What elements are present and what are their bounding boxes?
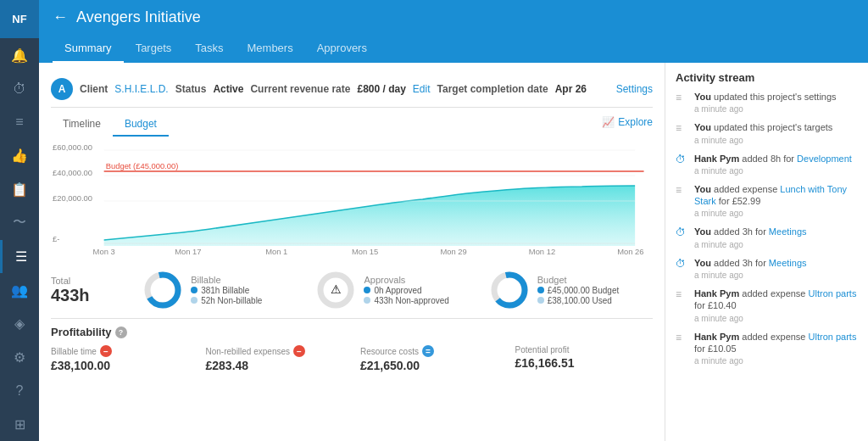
activity-stream-panel: Activity stream ≡ You updated this proje… (665, 63, 868, 441)
target-label: Target completion date (437, 83, 548, 95)
client-name[interactable]: S.H.I.E.L.D. (114, 83, 168, 95)
prof-billable-label: Billable time − (51, 345, 189, 357)
activity-text-7: Hank Pym added expense Ultron parts for … (694, 287, 858, 324)
main-content: ← Avengers Initiative Summary Targets Ta… (39, 0, 868, 441)
dev-link[interactable]: Development (797, 154, 852, 164)
edit-link[interactable]: Edit (413, 83, 431, 95)
question-icon[interactable]: ? (0, 374, 39, 408)
page-title: Avengers Initiative (76, 8, 201, 26)
people-icon[interactable]: 👥 (0, 273, 39, 307)
tab-tasks[interactable]: Tasks (183, 35, 235, 63)
activity-icon-lines-2: ≡ (676, 122, 689, 136)
chart-icon[interactable]: 〜 (0, 206, 39, 240)
prof-resource-value: £21,650.00 (360, 359, 498, 372)
stat-approvals: ⚠ Approvals 0h Approved 433h Non-approve… (314, 269, 479, 311)
profitability-section: Profitability ? Billable time − £38,100.… (51, 318, 653, 379)
revenue-value: £800 / day (357, 83, 405, 95)
content-area: A Client S.H.I.E.L.D. Status Active Curr… (39, 63, 868, 441)
minus-icon-1: − (100, 345, 112, 357)
help-icon[interactable]: ? (115, 327, 127, 338)
prof-expenses-value: £283.48 (206, 359, 344, 372)
explore-button[interactable]: 📈 Explore (602, 113, 653, 131)
activity-text-5: You added 3h for Meetings a minute ago (694, 226, 858, 249)
profitability-title: Profitability ? (51, 326, 653, 338)
lunch-link[interactable]: Lunch with Tony Stark (694, 184, 847, 206)
activity-item-4: ≡ You added expense Lunch with Tony Star… (676, 183, 858, 220)
back-button[interactable]: ← (53, 8, 68, 26)
budget-legend: £45,000.00 Budget £38,100.00 Used (537, 286, 620, 305)
tab-summary[interactable]: Summary (53, 35, 124, 63)
explore-icon: 📈 (602, 116, 615, 128)
activity-icon-clock: ⏱ (676, 154, 689, 167)
prof-expenses-label: Non-rebilled expenses − (206, 345, 344, 357)
approvals-legend: 0h Approved 433h Non-approved (364, 286, 448, 305)
billable-donut (142, 269, 184, 311)
thumb-icon[interactable]: 👍 (0, 139, 39, 173)
activity-icon-clock-3: ⏱ (676, 258, 689, 271)
ultron-link-2[interactable]: Ultron parts (809, 332, 857, 342)
settings-link[interactable]: Settings (616, 83, 653, 95)
tab-targets[interactable]: Targets (124, 35, 184, 63)
activity-text-1: You updated this project's settings a mi… (694, 91, 858, 114)
tab-budget[interactable]: Budget (113, 113, 169, 137)
budget-donut (488, 269, 531, 311)
activity-item-6: ⏱ You added 3h for Meetings a minute ago (676, 257, 858, 281)
billable-label: Billable (191, 275, 262, 285)
clock-icon[interactable]: ⏱ (0, 72, 39, 106)
activity-item-1: ≡ You updated this project's settings a … (676, 91, 858, 114)
avatar[interactable]: NF (0, 0, 39, 38)
bell-icon[interactable]: 🔔 (0, 38, 39, 72)
nav-tabs: Summary Targets Tasks Members Approvers (39, 35, 868, 63)
meetings-link-1[interactable]: Meetings (769, 226, 807, 237)
prof-billable-value: £38,100.00 (51, 359, 189, 372)
minus-icon-2: − (293, 345, 305, 357)
tag-icon[interactable]: ◈ (0, 307, 39, 341)
tab-timeline[interactable]: Timeline (51, 113, 113, 137)
approvals-donut: ⚠ (314, 269, 357, 311)
tab-approvers[interactable]: Approvers (305, 35, 379, 63)
equals-icon: = (422, 345, 434, 357)
prof-resource-label: Resource costs = (360, 345, 498, 357)
ultron-link-1[interactable]: Ultron parts (809, 288, 857, 299)
svg-text:£-: £- (53, 235, 59, 243)
project-avatar: A (51, 78, 73, 100)
chart-tabs: Timeline Budget (51, 113, 602, 137)
profitability-row: Billable time − £38,100.00 Non-rebilled … (51, 345, 653, 372)
svg-text:Mon 29: Mon 29 (440, 248, 466, 256)
tab-members[interactable]: Members (236, 35, 305, 63)
document-icon[interactable]: 📋 (0, 173, 39, 207)
topbar: ← Avengers Initiative (39, 0, 868, 35)
svg-text:Mon 3: Mon 3 (93, 248, 115, 256)
stats-row: Total 433h Billable 381h Billable (51, 262, 653, 318)
activity-text-3: Hank Pym added 8h for Development a minu… (694, 153, 858, 176)
svg-text:⚠: ⚠ (331, 282, 342, 296)
approvals-label: Approvals (364, 275, 448, 285)
activity-text-8: Hank Pym added expense Ultron parts for … (694, 331, 858, 367)
grid-icon[interactable]: ⊞ (0, 407, 39, 441)
meetings-link-2[interactable]: Meetings (769, 258, 807, 268)
svg-text:Budget (£45,000.00): Budget (£45,000.00) (106, 162, 179, 170)
left-panel: A Client S.H.I.E.L.D. Status Active Curr… (39, 63, 665, 441)
activity-item-3: ⏱ Hank Pym added 8h for Development a mi… (676, 153, 858, 176)
stat-total: Total 433h (51, 276, 133, 305)
lines-icon[interactable]: ☰ (0, 240, 39, 274)
chart-tabs-row: Timeline Budget 📈 Explore (51, 108, 653, 137)
sidebar: NF 🔔 ⏱ ≡ 👍 📋 〜 ☰ 👥 ◈ ⚙ ? ⊞ (0, 0, 39, 441)
status-label: Status (175, 83, 207, 95)
prof-profit-label: Potential profit (515, 345, 654, 354)
activity-item-5: ⏱ You added 3h for Meetings a minute ago (676, 226, 858, 249)
prof-expenses: Non-rebilled expenses − £283.48 (206, 345, 344, 372)
activity-text-4: You added expense Lunch with Tony Stark … (694, 183, 858, 220)
activity-icon-lines: ≡ (676, 92, 689, 105)
activity-icon-lines-3: ≡ (676, 184, 689, 198)
stat-budget: Budget £45,000.00 Budget £38,100.00 Used (488, 269, 653, 311)
svg-text:£20,000.00: £20,000.00 (53, 194, 92, 203)
prof-billable-time: Billable time − £38,100.00 (51, 345, 189, 372)
activity-text-6: You added 3h for Meetings a minute ago (694, 257, 858, 281)
prof-resource: Resource costs = £21,650.00 (360, 345, 498, 372)
gear-icon[interactable]: ⚙ (0, 340, 39, 374)
billable-legend: 381h Billable 52h Non-billable (191, 286, 262, 305)
activity-item-8: ≡ Hank Pym added expense Ultron parts fo… (676, 331, 858, 367)
budget-chart: £60,000.00 £40,000.00 £20,000.00 £- Budg… (51, 140, 653, 259)
list-icon[interactable]: ≡ (0, 106, 39, 140)
